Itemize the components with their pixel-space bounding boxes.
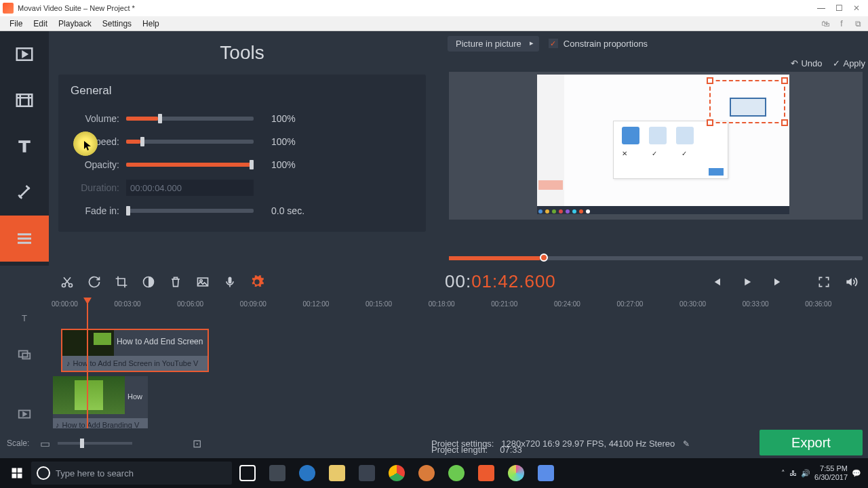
- menu-bar: File Edit Playback Settings Help 🛍 f ⧉: [0, 16, 868, 31]
- system-tray[interactable]: ˄ 🖧 🔊 7:55 PM 6/30/2017 💬: [781, 464, 865, 482]
- color-button[interactable]: [137, 270, 160, 293]
- play-button[interactable]: [738, 272, 757, 291]
- close-button[interactable]: ✕: [848, 2, 865, 14]
- menu-edit[interactable]: Edit: [28, 19, 53, 28]
- rail-effects[interactable]: [0, 169, 49, 216]
- duration-input: [126, 180, 254, 196]
- timeline: 00:00:00 00:03:00 00:06:00 00:09:00 00:1…: [0, 298, 868, 458]
- taskbar-app[interactable]: [472, 461, 500, 485]
- taskbar-store[interactable]: [353, 461, 381, 485]
- task-view-button[interactable]: [233, 461, 262, 485]
- app-icon: [3, 3, 14, 14]
- edit-settings-icon[interactable]: ✎: [683, 439, 690, 449]
- taskbar-app[interactable]: [412, 461, 441, 485]
- rail-titles[interactable]: [0, 123, 49, 169]
- svg-rect-7: [229, 277, 232, 283]
- ruler-tick: 00:21:00: [491, 298, 554, 311]
- crop-button[interactable]: [110, 270, 133, 293]
- menu-file[interactable]: File: [4, 19, 28, 28]
- tray-network-icon[interactable]: 🖧: [789, 469, 797, 477]
- fullscreen-button[interactable]: [814, 272, 834, 292]
- ruler-tick: 00:15:00: [366, 298, 429, 311]
- window-title: Movavi Video Suite – New Project *: [18, 4, 135, 12]
- cursor-highlight-icon: [73, 131, 98, 156]
- status-bar: Scale: ▭ ⊡ Project settings: 868x488 16…: [0, 428, 868, 458]
- volume-slider[interactable]: [126, 117, 254, 121]
- taskbar-search[interactable]: Type here to search: [31, 462, 232, 485]
- start-button[interactable]: [3, 461, 31, 485]
- track-video-icon[interactable]: [0, 407, 49, 422]
- search-placeholder: Type here to search: [56, 468, 134, 479]
- svg-rect-14: [18, 474, 22, 479]
- prev-button[interactable]: [707, 272, 726, 291]
- taskbar-explorer[interactable]: [323, 461, 351, 485]
- zoom-fit-icon[interactable]: ▭: [39, 437, 51, 449]
- timeline-clip[interactable]: How to Add End Screen ♪How to Add End Sc…: [61, 329, 209, 372]
- pip-overlay-handles[interactable]: [709, 80, 785, 123]
- timeline-ruler[interactable]: 00:00:00 00:03:00 00:06:00 00:09:00 00:1…: [0, 298, 868, 311]
- image-button[interactable]: [191, 270, 214, 293]
- project-length-label: Project length:: [431, 445, 488, 455]
- ruler-tick: 00:33:00: [743, 298, 806, 311]
- share-icon[interactable]: ⧉: [852, 18, 864, 29]
- rail-more[interactable]: [0, 216, 49, 262]
- speed-value: 100%: [271, 136, 296, 147]
- facebook-icon[interactable]: f: [835, 18, 848, 29]
- apply-button[interactable]: ✓ Apply: [833, 58, 865, 68]
- taskbar-app[interactable]: [532, 461, 560, 485]
- minimize-button[interactable]: —: [812, 2, 830, 14]
- ruler-tick: 00:09:00: [240, 298, 303, 311]
- menu-playback[interactable]: Playback: [53, 19, 97, 28]
- next-button[interactable]: [769, 272, 788, 291]
- tray-volume-icon[interactable]: 🔊: [801, 469, 810, 478]
- menu-help[interactable]: Help: [137, 19, 165, 28]
- taskbar-app[interactable]: [502, 461, 530, 485]
- rail-filters[interactable]: [0, 77, 49, 123]
- track-overlay-icon[interactable]: [0, 347, 49, 362]
- fadein-label: Fade in:: [71, 205, 119, 216]
- tray-up-icon[interactable]: ˄: [781, 469, 785, 478]
- volume-value: 100%: [271, 113, 296, 124]
- clip-properties-button[interactable]: [245, 270, 269, 293]
- fadein-slider[interactable]: [126, 209, 254, 213]
- ruler-tick: 00:00:00: [52, 298, 115, 311]
- volume-button[interactable]: [841, 272, 861, 292]
- timeline-clip[interactable]: How ♪How to Add Branding V: [53, 376, 148, 432]
- mic-button[interactable]: [218, 270, 241, 293]
- playhead[interactable]: [87, 298, 88, 428]
- preview-scrubber[interactable]: [449, 256, 863, 260]
- taskbar-edge[interactable]: [293, 461, 321, 485]
- taskbar-chrome[interactable]: [382, 461, 411, 485]
- clip-label: How: [126, 391, 144, 402]
- speed-slider[interactable]: [126, 140, 254, 144]
- opacity-slider[interactable]: [126, 163, 254, 167]
- taskbar-app[interactable]: [263, 461, 292, 485]
- cut-button[interactable]: [56, 270, 79, 293]
- maximize-button[interactable]: ☐: [830, 2, 848, 14]
- cortana-icon: [37, 466, 50, 480]
- delete-button[interactable]: [164, 270, 187, 293]
- preview-panel: Picture in picture ✓ Constrain proportio…: [435, 31, 868, 266]
- clip-label: How to Add End Screen: [117, 337, 203, 346]
- rotate-button[interactable]: [83, 270, 106, 293]
- undo-button[interactable]: ↶ Undo: [791, 58, 822, 68]
- tools-panel: Tools General Volume: 100% Speed: 100% O…: [49, 31, 435, 266]
- constrain-checkbox[interactable]: ✓ Constrain proportions: [549, 39, 648, 49]
- tray-time: 7:55 PM: [814, 464, 848, 473]
- pip-mode-dropdown[interactable]: Picture in picture: [448, 36, 539, 52]
- cart-icon[interactable]: 🛍: [819, 18, 831, 29]
- window-titlebar: Movavi Video Suite – New Project * — ☐ ✕: [0, 0, 868, 16]
- scale-slider[interactable]: [58, 442, 132, 445]
- track-title-icon[interactable]: T: [0, 313, 49, 323]
- ruler-tick: 00:24:00: [554, 298, 617, 311]
- menu-settings[interactable]: Settings: [97, 19, 137, 28]
- tray-notifications-icon[interactable]: 💬: [852, 469, 861, 478]
- zoom-marker-icon[interactable]: ⊡: [191, 437, 203, 449]
- svg-rect-9: [22, 353, 30, 359]
- taskbar-app[interactable]: [442, 461, 471, 485]
- preview-canvas[interactable]: ✕✓✓: [449, 72, 863, 220]
- tools-title: Tools: [58, 42, 426, 64]
- general-section: General Volume: 100% Speed: 100% Opacity…: [58, 75, 426, 232]
- rail-import[interactable]: [0, 31, 49, 77]
- export-button[interactable]: Export: [760, 430, 863, 455]
